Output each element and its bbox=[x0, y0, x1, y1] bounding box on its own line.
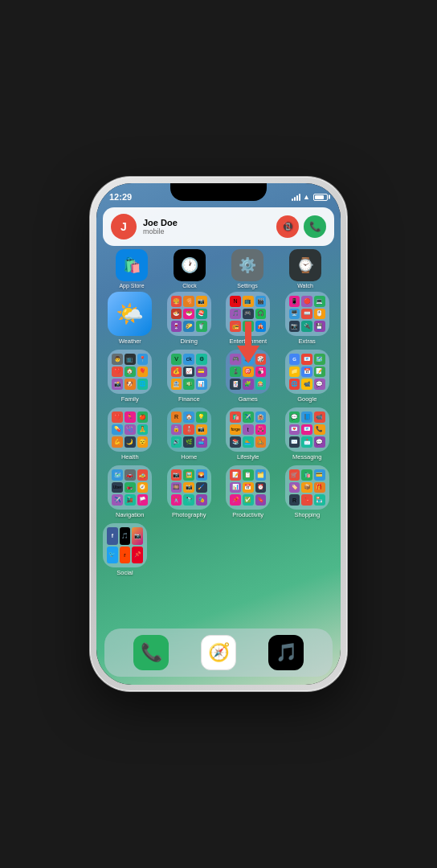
app-clock[interactable]: 🕐 Clock bbox=[165, 249, 214, 289]
folder-productivity[interactable]: 📝 📋 🗂️ 📊 📅 ⏰ 📌 ✅ 🔖 Productivity bbox=[221, 465, 276, 518]
phone-frame: 12:29 ▲ bbox=[90, 177, 347, 691]
messaging-folder-icon: 💬 📘 📹 💌 📧 📞 ✉️ 📩 💬 bbox=[285, 407, 329, 452]
app-grid: 🌤️ Weather 🍔 🍕 📷 🍜 🥗 🍣 🍷 bbox=[96, 292, 341, 518]
family-label: Family bbox=[121, 395, 139, 403]
folder-extras[interactable]: 📱 🔴 💻 🖥️ ⌨️ 🖱️ 📷 🔌 💾 Extras bbox=[280, 292, 335, 345]
shopping-label: Shopping bbox=[294, 511, 320, 518]
entertainment-label: Entertainment bbox=[229, 338, 267, 345]
watch-icon: ⌚ bbox=[289, 249, 321, 281]
weather-label: Weather bbox=[119, 338, 141, 345]
call-actions: 📵 📞 bbox=[276, 215, 326, 238]
clock-label: Clock bbox=[182, 283, 197, 289]
safari-icon: 🧭 bbox=[201, 635, 236, 670]
extras-label: Extras bbox=[299, 338, 316, 345]
signal-icon bbox=[292, 194, 300, 201]
shopping-folder-icon: 🛒 🛍️ 💳 🏷️ 📦 🎁 R 🔖 🏪 bbox=[285, 465, 329, 510]
navigation-folder-icon: 🗺️ 🚗 🚕 Uber 🏍️ 🧭 ✈️ 🚂 🏳️ bbox=[108, 465, 152, 510]
social-label: Social bbox=[116, 569, 133, 576]
status-icons: ▲ bbox=[292, 193, 328, 201]
status-time: 12:29 bbox=[109, 192, 132, 202]
app-appstore[interactable]: 🛍️ App Store bbox=[108, 249, 156, 289]
dining-folder-icon: 🍔 🍕 📷 🍜 🥗 🍣 🍷 🌮 🥤 bbox=[167, 292, 211, 336]
google-folder-icon: G 📧 🗺️ 📁 📅 📝 🌐 📹 💬 bbox=[285, 350, 329, 394]
home-folder-icon: R 🏠 💡 🔒 🌡️ 📷 🔊 🌿 🛋️ bbox=[167, 407, 211, 452]
social-row: f 🎵 📷 🐦 r 📌 Social bbox=[96, 518, 341, 576]
caller-avatar: J bbox=[111, 214, 137, 240]
social-folder-icon: f 🎵 📷 🐦 r 📌 bbox=[103, 523, 147, 567]
dock-spotify[interactable]: 🎵 bbox=[268, 635, 304, 670]
folder-google[interactable]: G 📧 🗺️ 📁 📅 📝 🌐 📹 💬 Google bbox=[280, 350, 335, 403]
app-settings[interactable]: ⚙️ Settings bbox=[223, 249, 272, 289]
folder-social[interactable]: f 🎵 📷 🐦 r 📌 Social bbox=[103, 523, 147, 576]
messaging-label: Messaging bbox=[292, 453, 321, 461]
clock-icon: 🕐 bbox=[174, 249, 206, 281]
folder-dining[interactable]: 🍔 🍕 📷 🍜 🥗 🍣 🍷 🌮 🥤 Dining bbox=[162, 292, 217, 345]
spotify-icon: 🎵 bbox=[268, 635, 304, 670]
folder-finance[interactable]: V ck ⚙ 💰 📈 💳 🏦 💵 📊 Finance bbox=[162, 350, 217, 403]
folder-lifestyle[interactable]: 🛍️ ✈️ 🏨 forge t 🌺 📚 🏊 🚴 Lifestyle bbox=[221, 407, 276, 461]
watch-label: Watch bbox=[297, 283, 313, 289]
dining-label: Dining bbox=[181, 338, 198, 345]
folder-shopping[interactable]: 🛒 🛍️ 💳 🏷️ 📦 🎁 R 🔖 🏪 Shopping bbox=[280, 465, 335, 518]
app-watch[interactable]: ⌚ Watch bbox=[281, 249, 329, 289]
top-app-row: 🛍️ App Store 🕐 Clock ⚙️ Settings ⌚ Watch bbox=[96, 249, 341, 289]
finance-label: Finance bbox=[178, 395, 200, 403]
accept-icon: 📞 bbox=[309, 221, 321, 232]
dock-phone[interactable]: 📞 bbox=[133, 635, 169, 670]
decline-button[interactable]: 📵 bbox=[276, 215, 299, 238]
caller-type: mobile bbox=[143, 227, 270, 235]
extras-folder-icon: 📱 🔴 💻 🖥️ ⌨️ 🖱️ 📷 🔌 💾 bbox=[285, 292, 329, 336]
folder-entertainment[interactable]: N 📺 🎬 🎵 🎮 🎧 📻 🎭 🎪 Entertainment bbox=[221, 292, 276, 345]
caller-info: Joe Doe mobile bbox=[143, 218, 270, 235]
health-folder-icon: ❤️ 🏃 🍎 💊 🩺 🧘 💪 🌙 😴 bbox=[108, 407, 152, 452]
productivity-folder-icon: 📝 📋 🗂️ 📊 📅 ⏰ 📌 ✅ 🔖 bbox=[226, 465, 270, 510]
appstore-icon: 🛍️ bbox=[116, 249, 148, 281]
navigation-label: Navigation bbox=[116, 511, 144, 518]
entertainment-folder-icon: N 📺 🎬 🎵 🎮 🎧 📻 🎭 🎪 bbox=[226, 292, 270, 336]
lifestyle-label: Lifestyle bbox=[237, 453, 259, 461]
family-folder-icon: 👨 📺 📍 ❤️ 🏠 🎈 📸 🐶 🌐 bbox=[108, 350, 152, 394]
settings-icon: ⚙️ bbox=[231, 249, 263, 281]
caller-name: Joe Doe bbox=[143, 218, 270, 227]
folder-messaging[interactable]: 💬 📘 📹 💌 📧 📞 ✉️ 📩 💬 Messaging bbox=[280, 407, 335, 461]
notch bbox=[170, 183, 267, 201]
weather-icon: 🌤️ bbox=[108, 292, 152, 336]
games-label: Games bbox=[239, 395, 258, 403]
dock: 📞 🧭 🎵 bbox=[104, 628, 333, 677]
app-weather[interactable]: 🌤️ Weather bbox=[103, 292, 157, 345]
decline-icon: 📵 bbox=[282, 221, 294, 232]
productivity-label: Productivity bbox=[232, 511, 263, 518]
folder-photography[interactable]: 📷 🖼️ 🌄 🎞️ 📸 🖌️ ✂️ 🔭 🎭 Photography bbox=[162, 465, 217, 518]
folder-home[interactable]: R 🏠 💡 🔒 🌡️ 📷 🔊 🌿 🛋️ Home bbox=[162, 407, 217, 461]
phone-icon: 📞 bbox=[133, 635, 169, 670]
wifi-icon: ▲ bbox=[303, 193, 310, 201]
appstore-label: App Store bbox=[119, 283, 144, 289]
google-label: Google bbox=[297, 395, 317, 403]
folder-health[interactable]: ❤️ 🏃 🍎 💊 🩺 🧘 💪 🌙 😴 Health bbox=[103, 407, 157, 461]
games-folder-icon: 🎮 🕹️ 🎲 ♟️ 🎯 🎳 🃏 🧩 🎰 bbox=[226, 350, 270, 394]
folder-family[interactable]: 👨 📺 📍 ❤️ 🏠 🎈 📸 🐶 🌐 Family bbox=[103, 350, 157, 403]
battery-icon bbox=[313, 194, 328, 201]
finance-folder-icon: V ck ⚙ 💰 📈 💳 🏦 💵 📊 bbox=[167, 350, 211, 394]
dock-safari[interactable]: 🧭 bbox=[201, 635, 236, 670]
phone-screen: 12:29 ▲ bbox=[96, 183, 341, 685]
call-banner: J Joe Doe mobile 📵 📞 bbox=[103, 207, 334, 246]
photography-folder-icon: 📷 🖼️ 🌄 🎞️ 📸 🖌️ ✂️ 🔭 🎭 bbox=[167, 465, 211, 510]
lifestyle-folder-icon: 🛍️ ✈️ 🏨 forge t 🌺 📚 🏊 🚴 bbox=[226, 407, 270, 452]
photography-label: Photography bbox=[172, 511, 206, 518]
accept-button[interactable]: 📞 bbox=[304, 215, 326, 238]
home-screen: 12:29 ▲ bbox=[96, 183, 341, 685]
folder-games[interactable]: 🎮 🕹️ 🎲 ♟️ 🎯 🎳 🃏 🧩 🎰 bbox=[221, 350, 276, 403]
health-label: Health bbox=[121, 453, 139, 461]
folder-navigation[interactable]: 🗺️ 🚗 🚕 Uber 🏍️ 🧭 ✈️ 🚂 🏳️ Navigation bbox=[103, 465, 157, 518]
settings-label: Settings bbox=[237, 283, 257, 289]
home-label: Home bbox=[181, 453, 197, 461]
